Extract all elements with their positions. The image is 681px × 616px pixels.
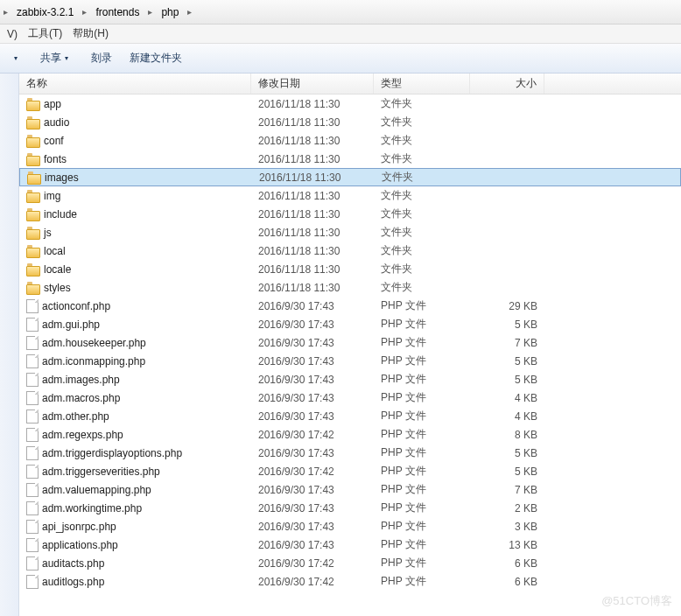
- file-date-cell: 2016/11/18 11:30: [251, 262, 374, 277]
- file-row[interactable]: adm.triggerseverities.php2016/9/30 17:42…: [19, 462, 681, 480]
- file-type-cell: PHP 文件: [374, 536, 470, 554]
- file-row[interactable]: api_jsonrpc.php2016/9/30 17:43PHP 文件3 KB: [19, 517, 681, 536]
- burn-button[interactable]: 刻录: [82, 47, 121, 69]
- file-type-cell: PHP 文件: [374, 333, 470, 352]
- file-row[interactable]: img2016/11/18 11:30文件夹: [19, 186, 681, 205]
- file-icon: [26, 575, 39, 589]
- file-size-cell: 13 KB: [470, 537, 544, 553]
- file-type-cell: PHP 文件: [374, 297, 470, 315]
- file-size-cell: 5 KB: [470, 445, 544, 461]
- chevron-down-icon: ▾: [65, 54, 68, 62]
- menu-view[interactable]: V): [2, 26, 23, 42]
- file-row[interactable]: js2016/11/18 11:30文件夹: [19, 223, 681, 242]
- file-name-cell: adm.images.php: [19, 371, 251, 388]
- file-name-cell: actionconf.php: [19, 298, 251, 315]
- file-date-cell: 2016/9/30 17:43: [251, 445, 374, 461]
- file-row[interactable]: adm.images.php2016/9/30 17:43PHP 文件5 KB: [19, 370, 681, 388]
- organize-dropdown[interactable]: ▾: [2, 51, 26, 66]
- file-date-cell: 2016/9/30 17:43: [251, 298, 374, 314]
- share-button[interactable]: 共享 ▾: [32, 47, 77, 69]
- breadcrumb-item[interactable]: zabbix-3.2.1: [10, 4, 81, 21]
- menu-tools[interactable]: 工具(T): [23, 24, 67, 43]
- column-header-type[interactable]: 类型: [374, 74, 470, 94]
- file-name-cell: adm.workingtime.php: [19, 500, 251, 517]
- file-type-cell: 文件夹: [375, 168, 471, 186]
- file-row[interactable]: adm.regexps.php2016/9/30 17:42PHP 文件8 KB: [19, 425, 681, 444]
- file-name-label: auditacts.php: [42, 557, 104, 570]
- file-row[interactable]: applications.php2016/9/30 17:43PHP 文件13 …: [19, 536, 681, 554]
- file-icon: [26, 336, 39, 350]
- file-type-cell: PHP 文件: [374, 480, 470, 499]
- file-row[interactable]: conf2016/11/18 11:30文件夹: [19, 131, 681, 150]
- file-size-cell: [471, 176, 545, 179]
- file-size-cell: 7 KB: [470, 335, 544, 351]
- file-name-label: app: [44, 98, 61, 110]
- file-row[interactable]: adm.gui.php2016/9/30 17:43PHP 文件5 KB: [19, 315, 681, 333]
- file-name-label: adm.other.php: [42, 410, 109, 423]
- file-listview[interactable]: 名称 修改日期 类型 大小 app2016/11/18 11:30文件夹audi…: [19, 74, 681, 616]
- file-row[interactable]: adm.iconmapping.php2016/9/30 17:43PHP 文件…: [19, 352, 681, 370]
- file-icon: [26, 556, 39, 570]
- file-date-cell: 2016/11/18 11:30: [251, 115, 374, 130]
- file-row[interactable]: local2016/11/18 11:30文件夹: [19, 242, 681, 260]
- column-header-size[interactable]: 大小: [470, 74, 544, 94]
- column-header-name[interactable]: 名称: [19, 74, 251, 94]
- file-name-label: js: [44, 227, 52, 239]
- file-row[interactable]: adm.triggerdisplayoptions.php2016/9/30 1…: [19, 444, 681, 462]
- file-name-cell: auditlogs.php: [19, 573, 251, 591]
- file-date-cell: 2016/11/18 11:30: [251, 133, 374, 149]
- file-date-cell: 2016/9/30 17:43: [251, 354, 374, 369]
- file-name-cell: js: [19, 225, 251, 241]
- file-row[interactable]: adm.macros.php2016/9/30 17:43PHP 文件4 KB: [19, 388, 681, 407]
- file-row[interactable]: fonts2016/11/18 11:30文件夹: [19, 150, 681, 168]
- file-date-cell: 2016/11/18 11:30: [251, 151, 374, 167]
- file-row[interactable]: adm.valuemapping.php2016/9/30 17:43PHP 文…: [19, 480, 681, 499]
- file-row[interactable]: adm.housekeeper.php2016/9/30 17:43PHP 文件…: [19, 333, 681, 352]
- column-header-date[interactable]: 修改日期: [251, 74, 374, 94]
- file-name-cell: locale: [19, 262, 251, 277]
- menu-help[interactable]: 帮助(H): [67, 24, 114, 43]
- file-row[interactable]: auditacts.php2016/9/30 17:42PHP 文件6 KB: [19, 554, 681, 572]
- breadcrumb-item[interactable]: php: [154, 4, 186, 21]
- file-name-cell: conf: [19, 133, 251, 149]
- chevron-right-icon: ▸: [148, 7, 152, 17]
- file-type-cell: PHP 文件: [374, 462, 470, 480]
- file-name-label: api_jsonrpc.php: [42, 521, 116, 533]
- file-row[interactable]: locale2016/11/18 11:30文件夹: [19, 260, 681, 278]
- file-size-cell: [470, 121, 544, 124]
- file-name-cell: adm.valuemapping.php: [19, 481, 251, 499]
- folder-icon: [26, 245, 40, 257]
- file-date-cell: 2016/9/30 17:43: [251, 482, 374, 498]
- file-date-cell: 2016/9/30 17:43: [251, 500, 374, 516]
- new-folder-button[interactable]: 新建文件夹: [121, 47, 191, 69]
- file-name-label: adm.iconmapping.php: [42, 355, 145, 368]
- file-icon: [26, 520, 39, 534]
- file-row[interactable]: audio2016/11/18 11:30文件夹: [19, 113, 681, 131]
- file-name-label: adm.housekeeper.php: [42, 337, 146, 349]
- file-date-cell: 2016/9/30 17:43: [251, 372, 374, 388]
- file-size-cell: 29 KB: [470, 298, 544, 314]
- file-row[interactable]: actionconf.php2016/9/30 17:43PHP 文件29 KB: [19, 297, 681, 315]
- file-date-cell: 2016/11/18 11:30: [251, 225, 374, 241]
- file-row[interactable]: adm.other.php2016/9/30 17:43PHP 文件4 KB: [19, 407, 681, 425]
- file-row[interactable]: styles2016/11/18 11:30文件夹: [19, 278, 681, 297]
- file-name-label: auditlogs.php: [42, 576, 104, 588]
- file-type-cell: PHP 文件: [374, 425, 470, 444]
- file-name-label: local: [44, 245, 66, 257]
- file-date-cell: 2016/11/18 11:30: [251, 280, 374, 296]
- file-icon: [26, 354, 39, 368]
- file-row[interactable]: images2016/11/18 11:30文件夹: [19, 168, 681, 186]
- breadcrumb-item[interactable]: frontends: [88, 4, 146, 21]
- file-name-cell: include: [19, 206, 251, 222]
- file-name-label: adm.workingtime.php: [42, 502, 142, 514]
- chevron-right-icon: ▸: [82, 7, 87, 17]
- file-row[interactable]: include2016/11/18 11:30文件夹: [19, 205, 681, 223]
- file-icon: [26, 538, 39, 552]
- chevron-right-icon: ▸: [187, 7, 192, 17]
- file-row[interactable]: auditlogs.php2016/9/30 17:42PHP 文件6 KB: [19, 572, 681, 591]
- file-row[interactable]: app2016/11/18 11:30文件夹: [19, 94, 681, 113]
- file-type-cell: PHP 文件: [374, 315, 470, 333]
- file-size-cell: 6 KB: [470, 556, 544, 571]
- file-row[interactable]: adm.workingtime.php2016/9/30 17:43PHP 文件…: [19, 499, 681, 517]
- file-date-cell: 2016/11/18 11:30: [251, 206, 374, 222]
